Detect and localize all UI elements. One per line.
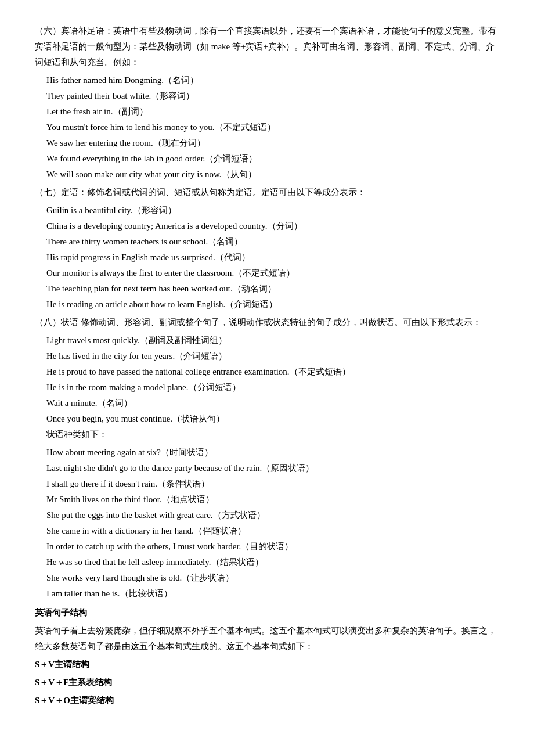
section8-examples: Light travels most quickly.（副词及副词性词组） He… — [35, 333, 499, 427]
section7-examples: Guilin is a beautiful city.（形容词） China i… — [35, 203, 499, 312]
sentence-structure-heading: 英语句子结构 — [35, 605, 499, 621]
list-item: How about meeting again at six?（时间状语） — [35, 445, 499, 460]
list-item: There are thirty women teachers is our s… — [35, 234, 499, 250]
list-item: He was so tired that he fell asleep imme… — [35, 555, 499, 570]
list-item: Our monitor is always the first to enter… — [35, 265, 499, 281]
list-item: Light travels most quickly.（副词及副词性词组） — [35, 333, 499, 348]
adverb-types-examples: How about meeting again at six?（时间状语） La… — [35, 445, 499, 602]
list-item: The teaching plan for next term has been… — [35, 281, 499, 297]
list-item: She came in with a dictionary in her han… — [35, 523, 499, 539]
list-item: He has lived in the city for ten years.（… — [35, 348, 499, 364]
list-item: Last night she didn't go to the dance pa… — [35, 460, 499, 476]
list-item: She put the eggs into the basket with gr… — [35, 507, 499, 523]
list-item: He is reading an article about how to le… — [35, 297, 499, 312]
list-item: Once you begin, you must continue.（状语从句） — [35, 411, 499, 427]
list-item: Let the fresh air in.（副词） — [35, 104, 499, 120]
list-item: S＋V主谓结构 — [35, 657, 499, 672]
list-item: His father named him Dongming.（名词） — [35, 73, 499, 88]
list-item: You mustn't force him to lend his money … — [35, 120, 499, 135]
list-item: China is a developing country; America i… — [35, 218, 499, 234]
list-item: S＋V＋O主谓宾结构 — [35, 693, 499, 708]
adverb-types-heading: 状语种类如下： — [35, 427, 499, 442]
section7-heading: （七）定语：修饰名词或代词的词、短语或从句称为定语。定语可由以下等成分表示： — [35, 185, 499, 200]
list-item: Guilin is a beautiful city.（形容词） — [35, 203, 499, 218]
list-item: We found everything in the lab in good o… — [35, 151, 499, 167]
list-item: He is proud to have passed the national … — [35, 364, 499, 380]
list-item: Wait a minute.（名词） — [35, 395, 499, 411]
list-item: We saw her entering the room.（现在分词） — [35, 135, 499, 151]
main-content: （六）宾语补足语：英语中有些及物动词，除有一个直接宾语以外，还要有一个宾语补语，… — [35, 23, 499, 708]
list-item: Mr Smith lives on the third floor.（地点状语） — [35, 492, 499, 507]
section8-heading: （八）状语 修饰动词、形容词、副词或整个句子，说明动作或状态特征的句子成分，叫做… — [35, 315, 499, 330]
list-item: I shall go there if it doesn't rain.（条件状… — [35, 476, 499, 492]
list-item: They painted their boat white.（形容词） — [35, 88, 499, 104]
sentence-patterns: S＋V主谓结构 S＋V＋F主系表结构 S＋V＋O主谓宾结构 — [35, 657, 499, 708]
list-item: We will soon make our city what your cit… — [35, 167, 499, 182]
list-item: His rapid progress in English made us su… — [35, 250, 499, 265]
list-item: I am taller than he is.（比较状语） — [35, 586, 499, 602]
list-item: S＋V＋F主系表结构 — [35, 675, 499, 690]
list-item: He is in the room making a model plane.（… — [35, 380, 499, 395]
list-item: She works very hard though she is old.（让… — [35, 570, 499, 586]
section6-heading: （六）宾语补足语：英语中有些及物动词，除有一个直接宾语以外，还要有一个宾语补语，… — [35, 23, 499, 70]
list-item: In order to catch up with the others, I … — [35, 539, 499, 555]
sentence-structure-intro: 英语句子看上去纷繁庞杂，但仔细观察不外乎五个基本句式。这五个基本句式可以演变出多… — [35, 623, 499, 654]
section6-examples: His father named him Dongming.（名词） They … — [35, 73, 499, 182]
